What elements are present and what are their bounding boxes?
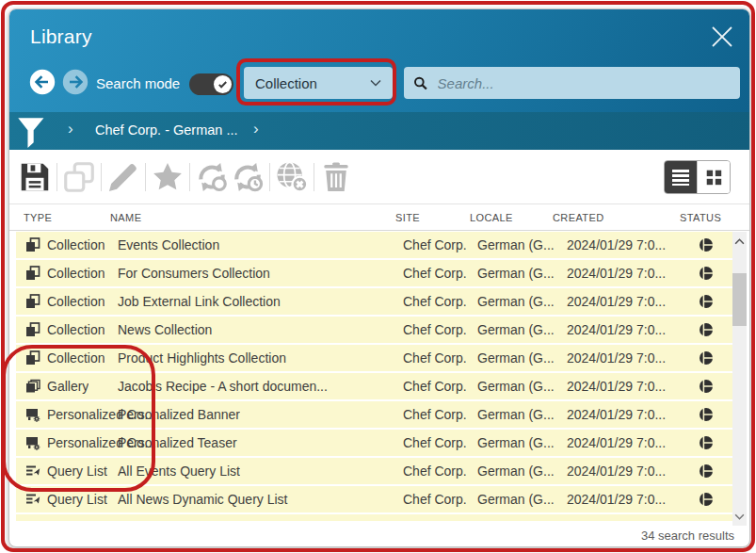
close-icon[interactable] (707, 22, 737, 52)
result-count: 34 search results (641, 529, 734, 543)
edit-button[interactable] (105, 161, 141, 193)
toolbar-divider (56, 163, 57, 191)
publication-status-icon (699, 464, 714, 479)
column-header-site[interactable]: SITE (395, 212, 420, 223)
table-row[interactable]: Personalized Cont...Personalized BannerC… (16, 401, 732, 428)
publication-status-icon (699, 294, 714, 309)
cell-locale: German (G... (477, 322, 555, 337)
copy-button[interactable] (61, 161, 97, 193)
personalized-content-icon (25, 407, 40, 422)
star-button[interactable] (150, 161, 185, 193)
table-row[interactable]: CollectionJob External Link CollectionCh… (16, 288, 732, 315)
table-row[interactable]: Query ListAll News Dynamic Query ListChe… (16, 486, 732, 512)
cell-name: For Consumers Collection (118, 266, 270, 281)
table-row[interactable]: CollectionFor Consumers CollectionChef C… (16, 260, 732, 286)
cell-site: Chef Corp. (403, 294, 467, 309)
chevron-right-icon[interactable]: › (68, 120, 73, 138)
window-header: Library Search mode Collection (9, 9, 749, 112)
cell-site: Chef Corp. (403, 492, 467, 507)
cell-site: Chef Corp. (403, 350, 467, 366)
column-header-type[interactable]: TYPE (24, 212, 52, 223)
cell-type: Query List (47, 464, 107, 479)
table-row[interactable]: CollectionProduct Highlights CollectionC… (16, 345, 732, 371)
refresh-icon (194, 159, 230, 195)
globe-remove-icon (274, 159, 310, 195)
globe-remove-button[interactable] (274, 161, 310, 193)
doc-type-dropdown-value: Collection (255, 75, 317, 91)
cell-created: 2024/01/29 7:0... (567, 435, 666, 450)
save-button[interactable] (17, 161, 53, 193)
cell-type: Gallery (47, 379, 88, 394)
library-window: Library Search mode Collection › Chef Co… (8, 8, 750, 547)
cell-site: Chef Corp. (403, 266, 467, 281)
scrollbar-thumb[interactable] (732, 273, 747, 326)
table-row[interactable]: CollectionEvents CollectionChef Corp.Ger… (16, 232, 732, 258)
cell-name: Job External Link Collection (118, 294, 281, 309)
cell-created: 2024/01/29 7:0... (567, 322, 666, 337)
doc-type-dropdown[interactable]: Collection (244, 67, 393, 99)
column-header-status[interactable]: STATUS (680, 212, 721, 223)
cell-name: News Collection (118, 322, 212, 337)
table-row[interactable]: GalleryJacob's Recipe - A short documen.… (16, 373, 732, 399)
cell-locale: German (G... (477, 435, 555, 450)
publication-status-icon (699, 379, 714, 394)
scroll-up-icon[interactable] (732, 234, 747, 249)
grid-view-button[interactable] (697, 161, 730, 193)
cell-type: Collection (47, 322, 105, 337)
cell-site: Chef Corp. (403, 407, 467, 422)
search-field (404, 67, 740, 99)
filter-funnel-icon[interactable] (16, 116, 48, 148)
refresh-button[interactable] (194, 161, 230, 193)
list-view-button[interactable] (665, 161, 697, 193)
breadcrumb: › Chef Corp. - German ... › (9, 112, 749, 150)
table-row[interactable]: Personalized Cont...Personalized TeaserC… (16, 430, 732, 456)
toolbar-divider (145, 163, 146, 191)
star-icon (150, 159, 185, 195)
table-body: CollectionEvents CollectionChef Corp.Ger… (16, 232, 732, 521)
toolbar-divider (269, 163, 270, 191)
refresh-schedule-icon (230, 159, 265, 195)
table-row-partial[interactable] (16, 514, 732, 521)
publication-status-icon (699, 407, 714, 422)
publication-status-icon (699, 350, 714, 366)
trash-button[interactable] (318, 161, 354, 193)
back-button[interactable] (29, 69, 56, 95)
cell-created: 2024/01/29 7:0... (567, 379, 666, 394)
chevron-right-icon[interactable]: › (253, 120, 259, 138)
cell-locale: German (G... (477, 492, 555, 507)
column-header-name[interactable]: NAME (110, 212, 141, 223)
scroll-down-icon[interactable] (732, 509, 747, 524)
cell-name: Events Collection (118, 237, 219, 252)
cell-locale: German (G... (477, 266, 555, 281)
cell-locale: German (G... (477, 294, 555, 309)
cell-site: Chef Corp. (403, 322, 467, 337)
save-icon (17, 159, 53, 195)
copy-icon (61, 159, 97, 195)
toolbar-divider (101, 163, 102, 191)
cell-locale: German (G... (477, 464, 555, 479)
search-input[interactable] (436, 74, 731, 92)
cell-type: Collection (47, 350, 105, 366)
cell-type: Collection (47, 237, 105, 252)
cell-created: 2024/01/29 7:0... (567, 407, 666, 422)
column-header-locale[interactable]: LOCALE (470, 212, 513, 223)
cell-name: Personalized Teaser (118, 435, 237, 450)
cell-type: Collection (47, 294, 105, 309)
search-icon (413, 75, 428, 91)
toggle-knob (214, 75, 232, 93)
refresh-schedule-button[interactable] (230, 161, 265, 193)
cell-name: Personalized Banner (118, 407, 240, 422)
table-row[interactable]: Query ListAll Events Query ListChef Corp… (16, 458, 732, 484)
forward-button[interactable] (62, 69, 88, 95)
chevron-down-icon (370, 79, 381, 87)
table-row[interactable]: CollectionNews CollectionChef Corp.Germa… (16, 317, 732, 343)
cell-created: 2024/01/29 7:0... (567, 237, 666, 252)
toolbar-divider (189, 163, 190, 191)
search-mode-toggle[interactable] (189, 73, 233, 95)
trash-icon (318, 159, 354, 195)
breadcrumb-item[interactable]: Chef Corp. - German ... (95, 122, 238, 138)
column-header-created[interactable]: CREATED (553, 212, 604, 223)
cell-name: Product Highlights Collection (118, 350, 286, 366)
vertical-scrollbar[interactable] (732, 232, 747, 526)
cell-site: Chef Corp. (403, 237, 467, 252)
